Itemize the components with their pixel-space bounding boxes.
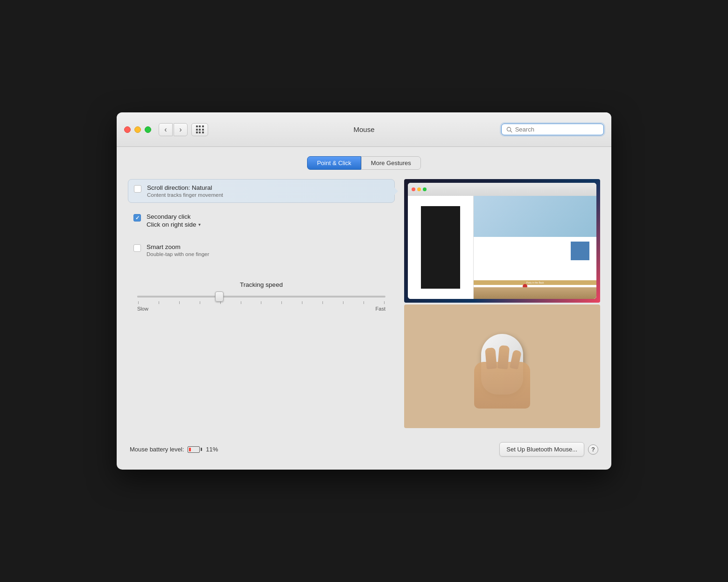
tracking-speed-slider[interactable] bbox=[215, 291, 224, 302]
smart-zoom-desc: Double-tap with one finger bbox=[147, 251, 209, 257]
tab-bar: Point & Click More Gestures bbox=[128, 156, 600, 170]
close-button[interactable] bbox=[124, 126, 131, 133]
safari-left-panel bbox=[408, 196, 474, 299]
slider-ticks bbox=[137, 301, 385, 304]
smart-zoom-title: Smart zoom bbox=[147, 243, 209, 250]
main-window: ‹ › Mouse Point & Click bbox=[117, 112, 611, 470]
safari-mockup: Party in the Back bbox=[408, 183, 596, 299]
svg-line-1 bbox=[511, 131, 512, 132]
search-box[interactable] bbox=[501, 124, 604, 135]
minimize-button[interactable] bbox=[134, 126, 141, 133]
scroll-direction-desc: Content tracks finger movement bbox=[147, 192, 223, 198]
finger-2 bbox=[497, 345, 510, 369]
scroll-direction-title: Scroll direction: Natural bbox=[147, 184, 223, 191]
secondary-click-title: Secondary click bbox=[147, 213, 201, 220]
safari-content: Party in the Back bbox=[408, 196, 596, 299]
bottom-bar: Mouse battery level: 11% Set Up Bluetoot… bbox=[128, 433, 600, 458]
search-input[interactable] bbox=[515, 126, 599, 133]
safari-fullscreen bbox=[423, 187, 427, 191]
secondary-click-checkbox[interactable] bbox=[133, 214, 141, 222]
forward-icon: › bbox=[179, 125, 182, 134]
smart-zoom-checkbox[interactable] bbox=[133, 244, 141, 252]
slider-labels: Slow Fast bbox=[137, 306, 385, 312]
battery-percentage: 11% bbox=[206, 446, 218, 453]
secondary-click-sub-label: Click on right side bbox=[147, 221, 196, 228]
tab-point-click[interactable]: Point & Click bbox=[307, 156, 361, 170]
hand-illustration bbox=[474, 362, 530, 409]
tracking-label: Tracking speed bbox=[133, 281, 390, 288]
wood-shelf bbox=[474, 287, 596, 299]
mouse-illustration bbox=[474, 329, 530, 404]
secondary-click-dropdown[interactable]: Click on right side ▾ bbox=[147, 221, 201, 228]
safari-banner: Party in the Back bbox=[474, 280, 596, 285]
grid-icon bbox=[196, 125, 204, 133]
safari-minimize bbox=[417, 187, 421, 191]
battery-icon bbox=[188, 446, 202, 453]
fast-label: Fast bbox=[376, 306, 385, 312]
tracking-section: Tracking speed bbox=[128, 281, 395, 312]
secondary-click-text: Secondary click Click on right side ▾ bbox=[147, 213, 201, 229]
battery-fill bbox=[189, 448, 191, 451]
bluetooth-setup-button[interactable]: Set Up Bluetooth Mouse... bbox=[499, 442, 584, 457]
preview-bottom bbox=[404, 305, 600, 428]
back-button[interactable]: ‹ bbox=[159, 123, 173, 136]
titlebar: ‹ › Mouse bbox=[117, 112, 611, 147]
back-icon: ‹ bbox=[164, 125, 167, 134]
battery-info: Mouse battery level: 11% bbox=[130, 446, 218, 453]
battery-cap bbox=[201, 448, 202, 451]
blue-square bbox=[571, 242, 589, 260]
scroll-direction-item: Scroll direction: Natural Content tracks… bbox=[128, 179, 395, 203]
battery-body bbox=[188, 446, 200, 453]
nav-buttons: ‹ › bbox=[159, 123, 188, 136]
safari-preview: Party in the Back bbox=[404, 179, 600, 303]
slider-track bbox=[137, 296, 385, 298]
forward-button[interactable]: › bbox=[174, 123, 188, 136]
preview-panel: Party in the Back bbox=[404, 179, 600, 428]
bottom-right: Set Up Bluetooth Mouse... ? bbox=[499, 442, 598, 457]
tab-more-gestures[interactable]: More Gestures bbox=[361, 156, 421, 170]
grid-view-button[interactable] bbox=[191, 123, 208, 136]
smart-zoom-text: Smart zoom Double-tap with one finger bbox=[147, 243, 209, 257]
scroll-direction-checkbox[interactable] bbox=[134, 185, 141, 193]
finger-1 bbox=[485, 347, 497, 369]
chevron-down-icon: ▾ bbox=[198, 222, 201, 227]
window-title: Mouse bbox=[353, 125, 374, 133]
secondary-click-item: Secondary click Click on right side ▾ bbox=[128, 208, 395, 233]
traffic-lights bbox=[124, 126, 151, 133]
slider-container: Slow Fast bbox=[133, 296, 390, 312]
scroll-direction-text: Scroll direction: Natural Content tracks… bbox=[147, 184, 223, 198]
slider-fill bbox=[137, 296, 224, 298]
settings-panel: Scroll direction: Natural Content tracks… bbox=[128, 179, 395, 428]
safari-right-panel: Party in the Back bbox=[474, 196, 596, 299]
smart-zoom-item: Smart zoom Double-tap with one finger bbox=[128, 239, 395, 262]
battery-label: Mouse battery level: bbox=[130, 446, 184, 453]
safari-close bbox=[412, 187, 415, 191]
preview-top: Party in the Back bbox=[404, 179, 600, 303]
slow-label: Slow bbox=[137, 306, 148, 312]
content-area: Point & Click More Gestures Scroll direc… bbox=[117, 147, 611, 470]
fullscreen-button[interactable] bbox=[145, 126, 151, 133]
search-icon bbox=[506, 126, 512, 133]
safari-titlebar bbox=[408, 183, 596, 196]
help-button[interactable]: ? bbox=[588, 444, 598, 455]
black-rect bbox=[421, 206, 460, 289]
right-bottom-area: Party in the Back bbox=[474, 237, 596, 299]
main-area: Scroll direction: Natural Content tracks… bbox=[128, 179, 600, 428]
right-top-area bbox=[474, 196, 596, 237]
